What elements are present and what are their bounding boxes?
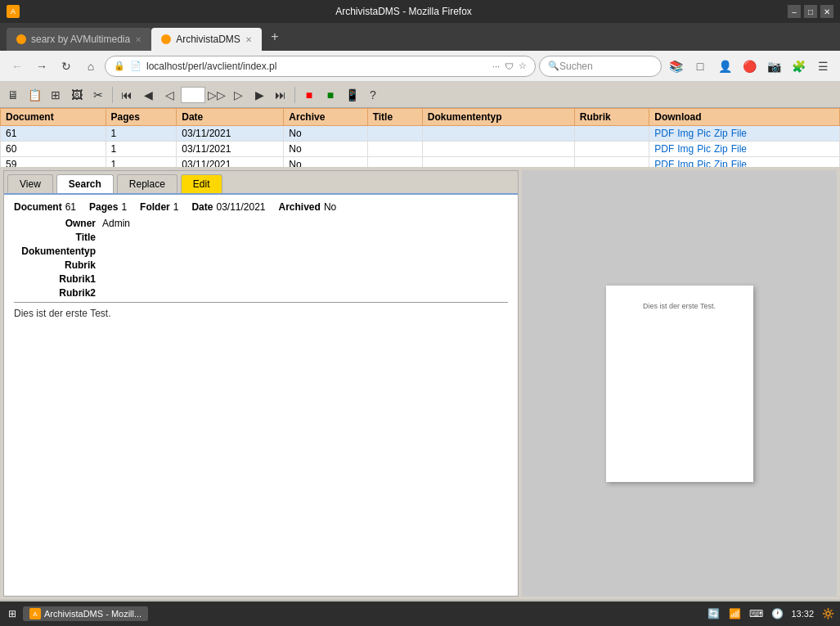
nav-first[interactable]: ⏮ <box>117 85 137 105</box>
page-input[interactable] <box>181 87 205 103</box>
nav-last[interactable]: ⏭ <box>271 85 290 105</box>
download-img-link[interactable]: Img <box>677 159 694 167</box>
toolbar-btn-3[interactable]: ⊞ <box>46 85 65 105</box>
meta-document: Document 61 <box>14 201 76 213</box>
minimize-button[interactable]: – <box>788 5 801 18</box>
bookmark-dots-icon: ··· <box>492 61 500 71</box>
download-zip-link[interactable]: Zip <box>714 128 728 139</box>
download-file-link[interactable]: File <box>731 143 747 155</box>
table-cell: 03/11/2021 <box>177 157 284 168</box>
screenshots-icon[interactable]: 📷 <box>763 56 784 77</box>
download-pdf-link[interactable]: PDF <box>654 143 674 155</box>
table-cell: No <box>284 142 367 157</box>
tab-edit[interactable]: Edit <box>181 174 222 193</box>
taskbar-start-icon[interactable]: ⊞ <box>5 606 20 621</box>
taskbar-app-item[interactable]: A ArchivistaDMS - Mozill... <box>23 606 148 621</box>
table-cell <box>367 142 422 157</box>
titlebar: A ArchivistaDMS - Mozilla Firefox – □ ✕ <box>0 0 840 23</box>
table-cell: 59 <box>1 157 106 168</box>
rubrik2-label: Rubrik2 <box>14 287 96 299</box>
left-panel: View Search Replace Edit Document 61 Pag… <box>3 170 519 597</box>
tab-search[interactable]: Search <box>56 174 114 193</box>
taskbar-right: 🔄 📶 ⌨ 🕐 13:32 🔆 <box>706 606 835 621</box>
app-icon: A <box>7 5 20 18</box>
tab-favicon-archivist <box>161 34 171 44</box>
tab-view[interactable]: View <box>7 174 53 193</box>
download-img-link[interactable]: Img <box>677 143 694 155</box>
pages-label: Pages <box>89 201 118 213</box>
toolbar-mobile[interactable]: 📱 <box>342 85 362 105</box>
folder-label: Folder <box>140 201 170 213</box>
detail-panel: Document 61 Pages 1 Folder 1 Date 03/11/… <box>4 193 518 596</box>
download-cell[interactable]: PDFImgPicZipFile <box>649 157 840 168</box>
browser-search-bar[interactable]: 🔍 Suchen <box>539 56 662 77</box>
download-zip-link[interactable]: Zip <box>714 159 728 167</box>
toolbar-red[interactable]: ■ <box>299 85 319 105</box>
account-icon[interactable]: 👤 <box>714 56 735 77</box>
download-cell[interactable]: PDFImgPicZipFile <box>649 126 840 142</box>
close-button[interactable]: ✕ <box>820 5 833 18</box>
star-icon: ☆ <box>519 61 527 71</box>
forward-button[interactable]: → <box>31 56 52 77</box>
reload-button[interactable]: ↻ <box>56 56 77 77</box>
tab-searx[interactable]: searx by AVMultimedia ✕ <box>7 28 151 51</box>
back-button[interactable]: ← <box>7 56 28 77</box>
toolbar-btn-2[interactable]: 📋 <box>25 85 44 105</box>
owner-value: Admin <box>102 218 130 229</box>
rubrik1-label: Rubrik1 <box>14 273 96 285</box>
toolbar-btn-5[interactable]: ✂ <box>88 85 108 105</box>
tab-close-archivist[interactable]: ✕ <box>245 35 252 44</box>
table-row[interactable]: 59103/11/2021NoPDFImgPicZipFile <box>1 157 840 168</box>
meta-row: Document 61 Pages 1 Folder 1 Date 03/11/… <box>14 201 508 213</box>
taskbar-refresh-icon[interactable]: 🔄 <box>706 606 721 621</box>
download-img-link[interactable]: Img <box>677 128 694 139</box>
taskbar-wifi-icon: 📶 <box>727 606 742 621</box>
table-cell: 03/11/2021 <box>177 126 284 142</box>
library-icon[interactable]: 📚 <box>665 56 686 77</box>
table-row[interactable]: 60103/11/2021NoPDFImgPicZipFile <box>1 142 840 157</box>
download-pdf-link[interactable]: PDF <box>654 128 674 139</box>
table-row[interactable]: 61103/11/2021NoPDFImgPicZipFile <box>1 126 840 142</box>
toolbar-btn-1[interactable]: 🖥 <box>3 85 23 105</box>
download-zip-link[interactable]: Zip <box>714 143 728 155</box>
date-label: Date <box>191 201 213 213</box>
taskbar-power-icon[interactable]: 🔆 <box>820 606 835 621</box>
meta-archived: Archived No <box>279 201 337 213</box>
maximize-button[interactable]: □ <box>804 5 817 18</box>
download-pdf-link[interactable]: PDF <box>654 159 674 167</box>
tab-close-searx[interactable]: ✕ <box>135 35 141 44</box>
table-cell: 03/11/2021 <box>177 142 284 157</box>
nav-prev-prev[interactable]: ◀ <box>138 85 158 105</box>
menu-button[interactable]: ☰ <box>812 56 833 77</box>
nav-next[interactable]: ▷ <box>228 85 248 105</box>
col-archive: Archive <box>284 109 367 126</box>
new-tab-button[interactable]: + <box>265 27 285 47</box>
home-button[interactable]: ⌂ <box>80 56 101 77</box>
tab-replace[interactable]: Replace <box>117 174 177 193</box>
download-pic-link[interactable]: Pic <box>697 159 711 167</box>
preview-page: Dies ist der erste Test. <box>606 286 753 482</box>
nav-next-ff[interactable]: ▷▷ <box>207 85 227 105</box>
content-text: Dies ist der erste Test. <box>14 306 508 321</box>
tab-archivist[interactable]: ArchivistaDMS ✕ <box>151 28 262 51</box>
folder-value: 1 <box>173 201 179 213</box>
toolbar-help[interactable]: ? <box>363 85 383 105</box>
security-icon[interactable]: 🔴 <box>739 56 760 77</box>
rubrik-row: Rubrik <box>14 259 508 271</box>
tab-favicon-searx <box>16 34 26 44</box>
date-value: 03/11/2021 <box>216 201 265 213</box>
download-file-link[interactable]: File <box>731 128 747 139</box>
download-pic-link[interactable]: Pic <box>697 128 711 139</box>
download-pic-link[interactable]: Pic <box>697 143 711 155</box>
nav-next-next[interactable]: ▶ <box>249 85 269 105</box>
extensions-icon[interactable]: 🧩 <box>788 56 809 77</box>
toolbar-green[interactable]: ■ <box>321 85 340 105</box>
search-placeholder: Suchen <box>559 61 593 72</box>
toolbar-btn-4[interactable]: 🖼 <box>67 85 87 105</box>
download-file-link[interactable]: File <box>731 159 747 167</box>
title-row: Title <box>14 232 508 243</box>
address-bar[interactable]: 🔒 📄 localhost/perl/avclient/index.pl ···… <box>105 56 536 77</box>
pocket-icon[interactable]: □ <box>690 56 711 77</box>
nav-prev[interactable]: ◁ <box>159 85 179 105</box>
download-cell[interactable]: PDFImgPicZipFile <box>649 142 840 157</box>
